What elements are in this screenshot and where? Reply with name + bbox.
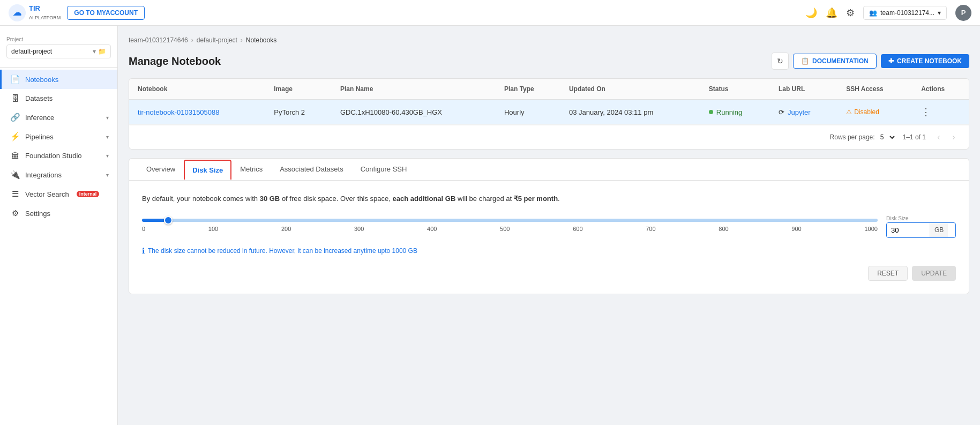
- label-900: 900: [791, 226, 801, 232]
- chevron-right-icon: ▾: [106, 153, 109, 159]
- sidebar-item-label: Pipelines: [25, 133, 54, 141]
- breadcrumb-project[interactable]: default-project: [197, 36, 237, 44]
- warning-icon: ⚠: [846, 108, 852, 116]
- breadcrumb-sep1: ›: [191, 36, 193, 44]
- cell-status: Running: [700, 100, 770, 125]
- update-button[interactable]: UPDATE: [912, 266, 956, 281]
- col-status: Status: [700, 79, 770, 100]
- team-icon: 👥: [869, 9, 877, 17]
- cell-ssh-access: ⚠ Disabled: [837, 100, 912, 125]
- sidebar-item-settings[interactable]: ⚙ Settings: [0, 204, 117, 223]
- jupyter-label[interactable]: Jupyter: [788, 108, 811, 116]
- go-myaccount-button[interactable]: GO TO MYACCOUNT: [67, 6, 145, 20]
- sidebar-item-left: 🗄 Datasets: [10, 94, 53, 103]
- col-actions: Actions: [912, 79, 969, 100]
- cell-actions: ⋮: [912, 100, 969, 125]
- tab-disk-size[interactable]: Disk Size: [184, 160, 231, 180]
- label-700: 700: [646, 226, 655, 232]
- disk-info-note: ℹ The disk size cannot be reduced in fut…: [142, 247, 956, 255]
- breadcrumb-team[interactable]: team-010312174646: [129, 36, 188, 44]
- sidebar-item-left: 🔌 Integrations: [10, 170, 62, 180]
- jupyter-spinner: ⟳: [779, 108, 784, 116]
- rows-per-page-select[interactable]: 5 10 25: [878, 133, 896, 141]
- navbar: ☁ TIRAI PLATFORM GO TO MYACCOUNT 🌙 🔔 ⚙ 👥…: [0, 0, 980, 26]
- sidebar-item-label: Integrations: [25, 171, 62, 179]
- sidebar-item-left: ⚙ Settings: [10, 208, 50, 218]
- table-row[interactable]: tir-notebook-01031505088 PyTorch 2 GDC.1…: [129, 100, 969, 125]
- inference-icon: 🔗: [10, 113, 20, 122]
- project-select[interactable]: default-project ▾ 📁: [6, 44, 111, 58]
- detail-panel: Overview Disk Size Metrics Associated Da…: [129, 158, 969, 294]
- chevron-right-icon: ▾: [106, 115, 109, 121]
- disk-info-text: By default, your notebook comes with 30 …: [142, 193, 956, 205]
- next-page-button[interactable]: ›: [947, 131, 960, 144]
- info-icon: ℹ: [142, 247, 145, 255]
- project-name: default-project: [11, 48, 52, 55]
- sidebar-item-left: 🔗 Inference: [10, 113, 54, 122]
- label-0: 0: [142, 226, 145, 232]
- bell-icon[interactable]: 🔔: [826, 7, 837, 19]
- tab-configure-ssh[interactable]: Configure SSH: [352, 159, 416, 181]
- create-notebook-button[interactable]: ✚ CREATE NOTEBOOK: [881, 54, 969, 68]
- sidebar-item-foundation-studio[interactable]: 🏛 Foundation Studio ▾: [0, 146, 117, 165]
- tab-overview[interactable]: Overview: [138, 159, 184, 181]
- notebook-link[interactable]: tir-notebook-01031505088: [138, 108, 220, 116]
- table-footer: Rows per page: 5 10 25 1–1 of 1 ‹ ›: [129, 125, 969, 149]
- chevron-down-icon: ▾: [938, 9, 941, 17]
- settings-nav-icon: ⚙: [10, 208, 20, 218]
- actions-button[interactable]: ⋮: [921, 106, 931, 118]
- internal-badge: Internal: [77, 191, 100, 197]
- logo-text: TIRAI PLATFORM: [29, 4, 61, 21]
- label-800: 800: [719, 226, 728, 232]
- disk-note-text: The disk size cannot be reduced in futur…: [148, 247, 417, 255]
- sidebar-item-pipelines[interactable]: ⚡ Pipelines ▾: [0, 127, 117, 146]
- disk-size-slider[interactable]: [142, 219, 878, 222]
- ssh-disabled: ⚠ Disabled: [846, 108, 904, 116]
- col-updated-on: Updated On: [560, 79, 700, 100]
- project-selector: Project default-project ▾ 📁: [0, 32, 117, 63]
- cell-plan-name: GDC.1xH10080-60.430GB_HGX: [332, 100, 496, 125]
- prev-page-button[interactable]: ‹: [932, 131, 945, 144]
- cell-updated-on: 03 January, 2024 03:11 pm: [560, 100, 700, 125]
- tab-associated-datasets[interactable]: Associated Datasets: [271, 159, 352, 181]
- navbar-right: 🌙 🔔 ⚙ 👥 team-010312174... ▾ P: [805, 5, 971, 21]
- sidebar-item-notebooks[interactable]: 📄 Notebooks: [0, 70, 117, 89]
- sidebar-item-vector-search[interactable]: ☰ Vector Search Internal: [0, 184, 117, 204]
- label-1000: 1000: [864, 226, 877, 232]
- documentation-button[interactable]: 📋 DOCUMENTATION: [793, 54, 877, 69]
- logo: ☁ TIRAI PLATFORM: [9, 4, 61, 21]
- dark-mode-icon[interactable]: 🌙: [805, 7, 817, 19]
- label-200: 200: [281, 226, 291, 232]
- refresh-button[interactable]: ↻: [772, 53, 789, 70]
- docs-label: DOCUMENTATION: [812, 57, 869, 65]
- col-notebook: Notebook: [129, 79, 265, 100]
- breadcrumb-current: Notebooks: [246, 36, 276, 44]
- col-plan-type: Plan Type: [496, 79, 560, 100]
- reset-button[interactable]: RESET: [868, 266, 908, 281]
- disk-size-input[interactable]: [887, 223, 930, 237]
- col-ssh-access: SSH Access: [837, 79, 912, 100]
- disk-size-label: Disk Size: [886, 215, 956, 221]
- avatar: P: [955, 5, 971, 21]
- label-600: 600: [573, 226, 582, 232]
- project-label: Project: [6, 36, 111, 42]
- plus-icon: ✚: [888, 57, 894, 65]
- team-selector[interactable]: 👥 team-010312174... ▾: [863, 6, 947, 20]
- sidebar-item-integrations[interactable]: 🔌 Integrations ▾: [0, 165, 117, 184]
- status-text: Running: [716, 108, 742, 116]
- integrations-icon: 🔌: [10, 170, 20, 180]
- project-select-icons: ▾ 📁: [93, 48, 106, 55]
- chevron-right-icon: ▾: [106, 134, 109, 140]
- breadcrumb-sep2: ›: [241, 36, 243, 44]
- cell-image: PyTorch 2: [265, 100, 332, 125]
- tab-metrics[interactable]: Metrics: [231, 159, 271, 181]
- pagination-buttons: ‹ ›: [932, 131, 960, 144]
- cell-plan-type: Hourly: [496, 100, 560, 125]
- col-image: Image: [265, 79, 332, 100]
- settings-icon[interactable]: ⚙: [846, 7, 855, 19]
- cell-notebook: tir-notebook-01031505088: [129, 100, 265, 125]
- table-header: Notebook Image Plan Name Plan Type Updat…: [129, 79, 969, 100]
- sidebar-item-datasets[interactable]: 🗄 Datasets: [0, 89, 117, 108]
- page-header: Manage Notebook ↻ 📋 DOCUMENTATION ✚ CREA…: [129, 53, 969, 70]
- sidebar-item-inference[interactable]: 🔗 Inference ▾: [0, 108, 117, 127]
